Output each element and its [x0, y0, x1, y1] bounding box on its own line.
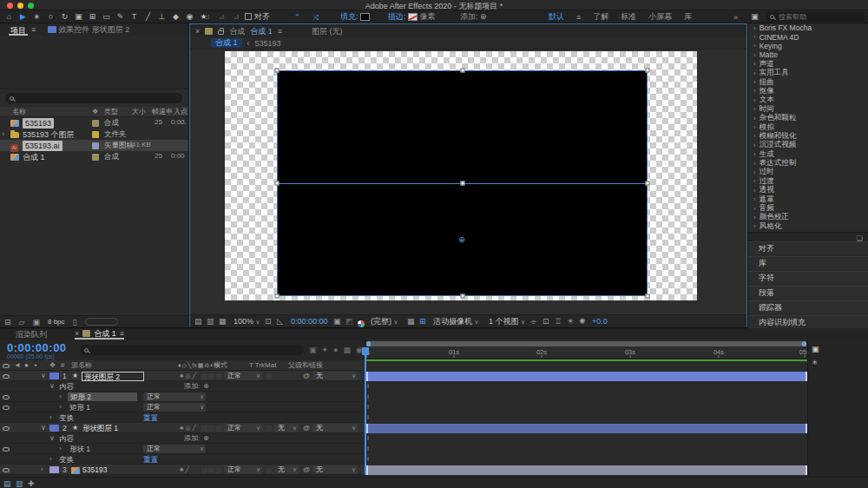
comp-marker-bin-icon[interactable]: ▣ [812, 344, 819, 354]
selection-handle[interactable] [460, 294, 464, 299]
parent-pickwhip-icon[interactable]: @ [303, 371, 310, 381]
group-label[interactable]: 内容 [59, 381, 74, 392]
home-tool[interactable]: ⌂ [3, 11, 15, 23]
workspace-overflow[interactable]: » [733, 12, 738, 23]
expand-layer-switches-icon[interactable]: ▤ [3, 478, 11, 488]
expander-icon[interactable]: › [753, 42, 756, 49]
comp-mini-flowchart-icon[interactable]: ▣ [309, 345, 317, 355]
expander-icon[interactable]: › [753, 96, 756, 104]
switch-box[interactable] [201, 425, 207, 432]
workspace-5[interactable]: 库 [684, 11, 692, 23]
pan-hand-icon[interactable]: ∗ [812, 357, 819, 367]
trkmat-dropdown[interactable]: 无∨ [274, 424, 299, 432]
playhead-handle[interactable] [362, 347, 369, 355]
fill-control[interactable]: 填充: [340, 11, 370, 22]
snapshot-icon[interactable]: ▣ [333, 315, 341, 328]
audio-icon[interactable]: ◄ [14, 360, 21, 371]
label-icon[interactable]: ❖ [49, 360, 56, 371]
transform-label[interactable]: 变换 [59, 454, 74, 465]
add-control[interactable]: 添加: ⊕ [460, 11, 487, 22]
frame-blend-icon[interactable]: ▦ [344, 345, 352, 355]
trkmat-box[interactable] [266, 425, 272, 432]
expander-icon[interactable]: › [753, 168, 756, 176]
expander-icon[interactable]: › [753, 123, 756, 131]
add-label[interactable]: 添加: [184, 381, 200, 392]
brush-tool[interactable]: ╱ [142, 11, 154, 23]
motion-blur-switch-icon[interactable]: ⊘ [204, 362, 209, 368]
panel-menu-icon[interactable]: ≡ [31, 24, 36, 35]
lock-icon[interactable] [218, 30, 224, 35]
property-row[interactable]: ›形状 1正常∨ [0, 444, 365, 454]
selection-handle[interactable] [646, 181, 650, 186]
mode-column[interactable]: 模式 [214, 360, 227, 371]
pixel-aspect-icon[interactable]: ⊞ [419, 315, 426, 328]
expander-icon[interactable]: › [753, 205, 756, 213]
expander-icon[interactable]: › [753, 160, 756, 168]
choose-grid-icon[interactable]: ▦ [407, 315, 415, 328]
comp-flowchart-icon[interactable]: ♖ [555, 315, 562, 328]
expander-icon[interactable]: › [753, 24, 756, 32]
layer-duration-bar[interactable] [365, 372, 808, 381]
hide-shy-icon[interactable]: ● [333, 345, 338, 355]
free-transform-icon[interactable]: ⤨ [310, 12, 321, 23]
exposure-value[interactable]: +0.0 [592, 315, 608, 328]
transparency-grid-icon[interactable]: ◺ [277, 315, 283, 328]
panel-tab-2[interactable]: 库 [748, 256, 868, 269]
expander-icon[interactable]: › [753, 105, 756, 113]
switch-box[interactable] [215, 467, 221, 473]
switch-box[interactable] [201, 373, 207, 379]
add-icon[interactable]: ⊕ [480, 12, 487, 21]
layer-duration-bar[interactable] [365, 424, 808, 433]
expander-icon[interactable]: › [753, 214, 756, 221]
help-search-box[interactable] [767, 12, 865, 22]
selection-tool[interactable]: ▶ [17, 11, 29, 23]
expander-icon[interactable]: › [753, 33, 756, 41]
property-row[interactable]: ∨内容添加:⊕ [0, 433, 365, 444]
expander-icon[interactable]: › [49, 412, 52, 423]
trkmat-column[interactable]: T TrkMat [249, 360, 276, 371]
effects-category[interactable]: ›CINEMA 4D [748, 32, 868, 41]
shy-switch-icon[interactable]: ♦ [178, 362, 181, 368]
reset-button[interactable]: 重置 [143, 454, 158, 465]
axis-mode-local-icon[interactable]: ⊿ [201, 11, 213, 23]
primary-viewer-icon[interactable]: ▥ [207, 315, 214, 328]
expander-icon[interactable]: ∨ [49, 433, 55, 444]
help-search-input[interactable] [777, 12, 855, 22]
video-eye-icon[interactable] [3, 364, 10, 368]
layer-name-edit[interactable]: 形状图层 2 [82, 372, 144, 381]
share-frame-icon[interactable]: ▦ [219, 315, 227, 328]
breadcrumb-current[interactable]: 合成 1 [211, 38, 242, 48]
trash-icon[interactable]: ▯ [73, 317, 77, 327]
source-name-column[interactable]: 源名称 [71, 360, 92, 371]
parent-column[interactable]: 父级和链接 [288, 360, 323, 371]
workspace-1[interactable]: 默认 [549, 11, 564, 23]
switch-box[interactable] [208, 425, 214, 432]
switch-box[interactable] [208, 467, 214, 473]
camera-tool[interactable]: ▣ [73, 11, 84, 23]
transform-label[interactable]: 变换 [59, 412, 74, 423]
project-item-row[interactable]: 535193合成250:00∴ [0, 117, 188, 129]
camera-dropdown[interactable]: 活动摄像机 ∨ [433, 315, 479, 328]
tab-effect-controls[interactable]: 效果控件 形状图层 2 [58, 24, 129, 35]
roto-brush-tool[interactable]: ◉ [184, 11, 195, 23]
effects-category[interactable]: ›Keying [748, 42, 868, 50]
collapse-switch-icon[interactable]: ◇ [182, 362, 187, 368]
solo-icon[interactable]: ● [24, 360, 29, 371]
timeline-jump-icon[interactable]: ⊡ [542, 315, 549, 328]
resolution-dropdown[interactable]: (完整) ∨ [371, 315, 398, 328]
magnification-dropdown[interactable]: 100% ∨ [233, 315, 260, 328]
rotate-tool[interactable]: ↻ [59, 11, 70, 23]
selection-handle[interactable] [275, 69, 279, 73]
group-label[interactable]: 内容 [59, 433, 74, 444]
pan-behind-tool[interactable]: ⊞ [87, 11, 98, 23]
shape-group-name[interactable]: 形状 1 [69, 444, 90, 454]
panel-menu-icon[interactable]: ≡ [278, 26, 282, 36]
frame-blend-switch-icon[interactable]: ▦ [198, 362, 204, 368]
property-row[interactable]: ∨内容添加:⊕ [0, 381, 365, 392]
parent-dropdown[interactable]: 无∨ [312, 424, 358, 432]
snap-checkbox[interactable] [245, 13, 252, 20]
selection-handle[interactable] [460, 69, 464, 73]
axis-mode-view-icon[interactable]: ⊿ [231, 11, 242, 23]
timeline-search-box[interactable] [80, 345, 304, 355]
clone-stamp-tool[interactable]: ⊥ [156, 11, 168, 23]
